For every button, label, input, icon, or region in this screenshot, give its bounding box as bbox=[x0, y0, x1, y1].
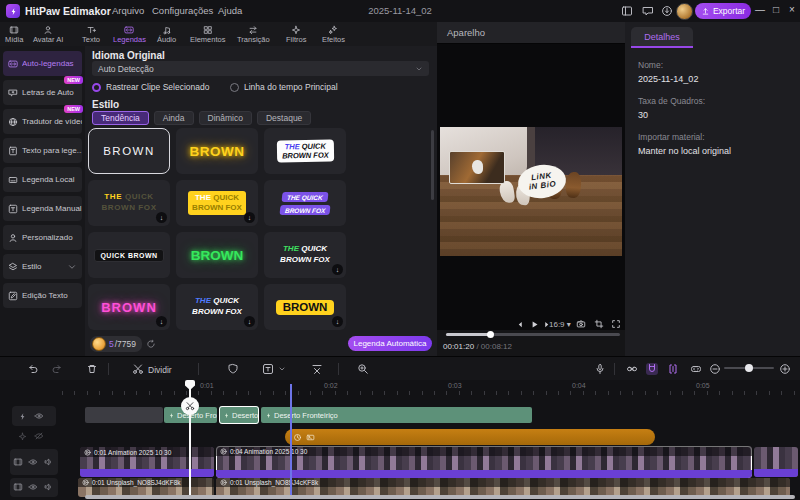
style-tab-tendencia[interactable]: Tendência bbox=[92, 111, 149, 125]
style-card-yellow-highlight[interactable]: THE QUICKBROWN FOX ↓ bbox=[176, 180, 258, 226]
download-icon: ↓ bbox=[244, 316, 255, 327]
sidebar-item-letras-de-auto[interactable]: Letras de Auto NEW bbox=[3, 80, 82, 105]
style-card-plain-white[interactable]: BROWN bbox=[88, 128, 170, 174]
split-label[interactable]: Dividir bbox=[148, 365, 172, 375]
tab-detalhes[interactable]: Detalhes bbox=[631, 27, 693, 48]
zoom-out-icon[interactable] bbox=[709, 363, 721, 375]
style-card-green-italic[interactable]: THE QUICKBROWN FOX ↓ bbox=[264, 232, 346, 278]
split-text-icon[interactable] bbox=[667, 363, 679, 375]
language-dropdown[interactable]: Auto Detecção bbox=[92, 61, 429, 76]
window-maximize-button[interactable]: □ bbox=[770, 4, 782, 16]
user-avatar[interactable] bbox=[676, 3, 693, 20]
video-track-2-visibility-icon[interactable] bbox=[28, 482, 38, 492]
text-tool-icon[interactable] bbox=[262, 363, 274, 375]
preview-stage: LiNKiN BiO bbox=[437, 44, 625, 330]
mic-icon[interactable] bbox=[594, 363, 606, 375]
style-card-yellow-glow[interactable]: BROWN bbox=[176, 128, 258, 174]
tab-avatar-ai[interactable]: Avatar AI bbox=[33, 23, 63, 45]
style-card-green-glow[interactable]: BROWN bbox=[176, 232, 258, 278]
redo-icon[interactable] bbox=[51, 363, 63, 375]
window-minimize-button[interactable]: — bbox=[754, 4, 766, 16]
style-card-blue-italic[interactable]: THE QUICKBROWN FOX ↓ bbox=[176, 284, 258, 330]
subtitle-clip[interactable]: Deserto Fronteiriço bbox=[261, 407, 532, 423]
link-icon[interactable] bbox=[626, 363, 638, 375]
timeline-ruler[interactable] bbox=[62, 380, 800, 395]
name-value: 2025-11-14_02 bbox=[638, 74, 698, 84]
marker-shield-icon[interactable] bbox=[227, 363, 239, 375]
video-track-1-mute-icon[interactable] bbox=[43, 457, 53, 467]
style-tab-destaque[interactable]: Destaque bbox=[257, 111, 311, 125]
video-track-1-visibility-icon[interactable] bbox=[28, 457, 38, 467]
zoom-tool-icon[interactable] bbox=[357, 363, 369, 375]
play-button[interactable] bbox=[528, 318, 540, 330]
tab-midia[interactable]: Mídia bbox=[5, 23, 23, 45]
video-clip-1[interactable]: 0:01 Animation 2025 10 30 bbox=[80, 447, 214, 477]
split-cursor-icon[interactable] bbox=[181, 397, 199, 415]
tab-efeitos[interactable]: Efeitos bbox=[322, 23, 345, 45]
chevron-down-icon[interactable] bbox=[276, 363, 288, 375]
sidebar-item-tradutor-de-video[interactable]: Tradutor de vídeo NEW bbox=[3, 109, 82, 134]
feedback-chat-icon[interactable] bbox=[641, 4, 655, 18]
refresh-icon[interactable] bbox=[146, 339, 156, 349]
sidebar-item-texto-para-legenda[interactable]: Texto para lege... bbox=[3, 138, 82, 163]
download-icon: ↓ bbox=[332, 264, 343, 275]
subtitle-clip-selected[interactable]: Deserto bbox=[219, 406, 259, 424]
window-close-button[interactable]: × bbox=[786, 4, 798, 16]
tab-filtros[interactable]: Filtros bbox=[286, 23, 306, 45]
tab-transicao[interactable]: Transição bbox=[237, 23, 270, 45]
subtitle-clip-empty[interactable] bbox=[85, 407, 163, 423]
style-card-white-sticker[interactable]: THE QUICKBROWN FOX bbox=[264, 128, 346, 174]
undo-icon[interactable] bbox=[27, 363, 39, 375]
style-tab-ainda[interactable]: Ainda bbox=[154, 111, 194, 125]
style-grid-scrollbar[interactable] bbox=[431, 130, 434, 200]
split-icon[interactable] bbox=[132, 363, 144, 375]
sidebar-item-estilo[interactable]: Estilo bbox=[3, 254, 82, 279]
prev-frame-button[interactable] bbox=[513, 318, 525, 330]
tab-texto[interactable]: Texto bbox=[82, 23, 100, 45]
download-update-icon[interactable] bbox=[660, 4, 674, 18]
delete-subtitle-icon[interactable] bbox=[311, 363, 323, 375]
tab-legendas[interactable]: Legendas bbox=[113, 23, 146, 45]
video-clip-continued[interactable] bbox=[754, 447, 798, 477]
video-clip-2-selected[interactable]: 0:04 Animation 2025 10 30 bbox=[216, 446, 752, 478]
fullscreen-icon[interactable] bbox=[610, 318, 622, 330]
export-button[interactable]: Exportar bbox=[695, 3, 751, 19]
magnet-snap-icon[interactable] bbox=[646, 363, 658, 375]
sidebar-item-auto-legendas[interactable]: Auto-legendas bbox=[3, 51, 82, 76]
sidebar-item-legenda-manual[interactable]: Legenda Manual bbox=[3, 196, 82, 221]
sticker-track-visibility-icon[interactable] bbox=[34, 431, 44, 441]
sidebar-item-personalizado[interactable]: Personalizado bbox=[3, 225, 82, 250]
fit-timeline-icon[interactable] bbox=[690, 363, 702, 375]
menu-ajuda[interactable]: Ajuda bbox=[218, 5, 242, 16]
ruler-label: 0:05 bbox=[696, 382, 710, 389]
video-track-2-mute-icon[interactable] bbox=[43, 482, 53, 492]
style-card-black-sticker[interactable]: QUICK BROWN bbox=[88, 232, 170, 278]
delete-icon[interactable] bbox=[86, 363, 98, 375]
menu-configuracoes[interactable]: Configurações bbox=[152, 5, 213, 16]
style-card-purple-pills[interactable]: THE QUICK BROWN FOX bbox=[264, 180, 346, 226]
sidebar-item-edicao-texto[interactable]: Edição Texto bbox=[3, 283, 82, 308]
sticker-clip[interactable] bbox=[285, 429, 655, 445]
video-preview[interactable]: LiNKiN BiO bbox=[440, 127, 622, 256]
style-card-pink-glow[interactable]: BROWN ↓ bbox=[88, 284, 170, 330]
sidebar-item-legenda-local[interactable]: Legenda Local bbox=[3, 167, 82, 192]
radio-rastrear-clipe[interactable]: Rastrear Clipe Selecionado bbox=[92, 82, 209, 92]
style-card-yellow-dim[interactable]: THE QUICKBROWN FOX ↓ bbox=[88, 180, 170, 226]
zoom-in-icon[interactable] bbox=[779, 363, 791, 375]
tab-elementos[interactable]: Elementos bbox=[190, 23, 225, 45]
toolbar-separator bbox=[614, 363, 615, 375]
seek-handle[interactable] bbox=[487, 331, 494, 338]
radio-unselected-icon bbox=[230, 83, 239, 92]
subtitle-track-visibility-icon[interactable] bbox=[34, 411, 44, 421]
style-card-yellow-box[interactable]: BROWN ↓ bbox=[264, 284, 346, 330]
snapshot-camera-icon[interactable] bbox=[575, 318, 587, 330]
radio-linha-do-tempo[interactable]: Linha do tempo Principal bbox=[230, 82, 338, 92]
menu-arquivo[interactable]: Arquivo bbox=[112, 5, 144, 16]
style-tab-dinamico[interactable]: Dinâmico bbox=[199, 111, 252, 125]
aspect-ratio-selector[interactable]: 16:9 ▾ bbox=[549, 320, 571, 329]
timeline-zoom-handle[interactable] bbox=[745, 364, 753, 372]
layout-panel-icon[interactable] bbox=[620, 4, 634, 18]
timeline-horizontal-scrollbar[interactable] bbox=[85, 495, 795, 499]
tab-audio[interactable]: Áudio bbox=[157, 23, 176, 45]
subtitle-track-icon bbox=[17, 411, 27, 421]
